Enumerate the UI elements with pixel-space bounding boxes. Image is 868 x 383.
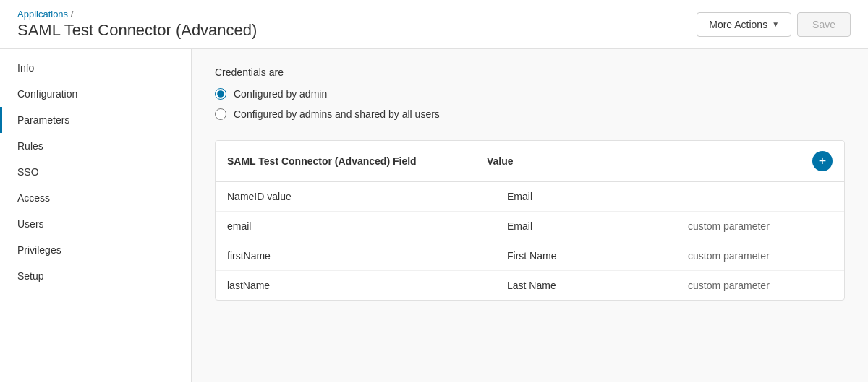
header-actions: More Actions ▼ Save	[697, 12, 851, 37]
cell-field-nameid: NameID value	[227, 191, 507, 202]
credentials-section: Credentials are Configured by admin Conf…	[215, 66, 845, 120]
breadcrumb-separator: /	[71, 9, 74, 20]
more-actions-button[interactable]: More Actions ▼	[697, 12, 791, 37]
credentials-radio-group: Configured by admin Configured by admins…	[215, 88, 845, 120]
sidebar-item-setup[interactable]: Setup	[0, 263, 191, 289]
more-actions-label: More Actions	[709, 19, 767, 30]
breadcrumb-applications-link[interactable]: Applications	[17, 9, 68, 20]
table-row: email Email custom parameter	[216, 212, 844, 241]
save-button[interactable]: Save	[797, 12, 851, 37]
radio-option-configured-by-admin[interactable]: Configured by admin	[215, 88, 845, 100]
cell-extra-lastname: custom parameter	[688, 280, 833, 291]
col-header-value: Value	[487, 155, 668, 167]
chevron-down-icon: ▼	[772, 20, 779, 28]
plus-icon: +	[819, 155, 827, 168]
credentials-label: Credentials are	[215, 66, 845, 78]
page-title: SAML Test Connector (Advanced)	[17, 21, 257, 40]
cell-extra-email: custom parameter	[688, 220, 833, 232]
cell-value-firstname: First Name	[507, 250, 688, 262]
radio-option-shared-by-all-users[interactable]: Configured by admins and shared by all u…	[215, 108, 845, 120]
col-header-field: SAML Test Connector (Advanced) Field	[227, 155, 487, 167]
sidebar-item-sso[interactable]: SSO	[0, 159, 191, 185]
sidebar-item-parameters[interactable]: Parameters	[0, 107, 191, 133]
sidebar-item-info[interactable]: Info	[0, 55, 191, 81]
sidebar-item-users[interactable]: Users	[0, 211, 191, 237]
main-content: Credentials are Configured by admin Conf…	[192, 49, 868, 382]
radio-shared-by-all-users[interactable]	[215, 108, 226, 120]
cell-value-nameid: Email	[507, 191, 688, 202]
sidebar-item-configuration[interactable]: Configuration	[0, 81, 191, 107]
cell-field-email: email	[227, 220, 507, 232]
parameters-table: SAML Test Connector (Advanced) Field Val…	[215, 140, 845, 301]
table-row: firstName First Name custom parameter	[216, 241, 844, 271]
page-header: Applications / SAML Test Connector (Adva…	[0, 0, 868, 49]
breadcrumb: Applications /	[17, 9, 257, 20]
main-layout: Info Configuration Parameters Rules SSO …	[0, 49, 868, 382]
cell-value-email: Email	[507, 220, 688, 232]
table-row: NameID value Email	[216, 182, 844, 212]
radio-shared-by-all-users-label: Configured by admins and shared by all u…	[234, 108, 440, 120]
cell-extra-firstname: custom parameter	[688, 250, 833, 262]
cell-field-lastname: lastName	[227, 280, 507, 291]
cell-field-firstname: firstName	[227, 250, 507, 262]
cell-value-lastname: Last Name	[507, 280, 688, 291]
header-left: Applications / SAML Test Connector (Adva…	[17, 9, 257, 40]
sidebar: Info Configuration Parameters Rules SSO …	[0, 49, 192, 382]
table-row: lastName Last Name custom parameter	[216, 271, 844, 300]
add-row-button[interactable]: +	[812, 151, 833, 171]
radio-configured-by-admin[interactable]	[215, 88, 226, 100]
sidebar-item-rules[interactable]: Rules	[0, 133, 191, 159]
table-header-row: SAML Test Connector (Advanced) Field Val…	[216, 141, 844, 182]
sidebar-item-access[interactable]: Access	[0, 185, 191, 211]
sidebar-item-privileges[interactable]: Privileges	[0, 237, 191, 263]
radio-configured-by-admin-label: Configured by admin	[234, 88, 327, 100]
